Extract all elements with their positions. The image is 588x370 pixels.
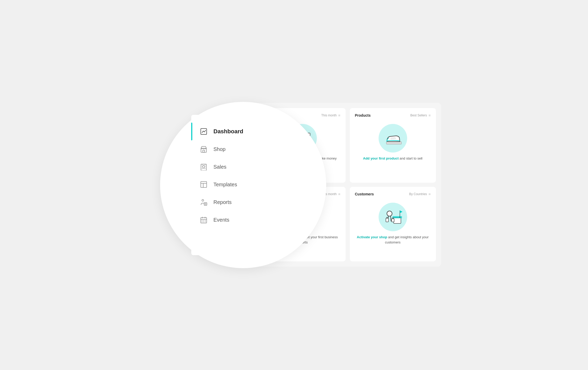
products-card-title: Products — [355, 113, 371, 117]
shop-label: Shop — [214, 146, 226, 152]
sales-icon — [199, 162, 208, 171]
customers-highlight: Activate your shop — [357, 235, 387, 239]
sales-menu-icon: ≡ — [338, 113, 340, 117]
sales-label: Sales — [214, 164, 227, 170]
products-menu-icon: ≡ — [428, 113, 430, 117]
products-illustration — [377, 123, 408, 154]
dashboard-icon — [199, 127, 208, 136]
products-teal-bg — [379, 124, 407, 153]
sidebar: Dashboard Shop — [191, 115, 272, 255]
reports-icon — [199, 197, 208, 207]
products-card-text: Add your first product and start to sell — [363, 156, 422, 161]
svg-line-52 — [391, 216, 391, 221]
svg-rect-29 — [386, 142, 401, 144]
svg-marker-49 — [400, 210, 402, 213]
customers-card-filter[interactable]: By Countries ≡ — [409, 192, 431, 196]
customers-teal-bg — [379, 203, 407, 231]
products-card-filter[interactable]: Best Sellers ≡ — [410, 113, 430, 117]
products-card-header: Products Best Sellers ≡ — [355, 113, 431, 117]
customers-card-title: Customers — [355, 192, 374, 196]
sidebar-item-templates[interactable]: Templates — [191, 176, 272, 193]
svg-point-50 — [387, 211, 392, 216]
svg-point-4 — [202, 166, 205, 168]
shop-icon — [199, 144, 208, 154]
products-highlight: Add your first product — [363, 156, 399, 160]
svg-rect-46 — [394, 218, 401, 223]
sales-filter-label: This month — [321, 114, 337, 117]
products-text: and start to sell — [399, 156, 422, 160]
customers-illustration — [377, 201, 408, 233]
templates-label: Templates — [214, 182, 237, 188]
sales-card-filter[interactable]: This month ≡ — [321, 113, 340, 117]
customers-menu-icon: ≡ — [428, 192, 430, 196]
sidebar-item-events[interactable]: Events — [191, 211, 272, 229]
svg-rect-47 — [393, 216, 402, 218]
customers-card-text: Activate your shop and get insights abou… — [355, 235, 431, 245]
dashboard-label: Dashboard — [214, 128, 243, 135]
products-card: Products Best Sellers ≡ — [350, 108, 436, 183]
svg-rect-54 — [392, 219, 394, 222]
customers-card: Customers By Countries ≡ — [350, 187, 436, 261]
svg-rect-5 — [201, 182, 207, 188]
products-filter-label: Best Sellers — [410, 114, 427, 117]
customers-card-header: Customers By Countries ≡ — [355, 192, 431, 196]
reports-menu-icon: ≡ — [338, 192, 340, 196]
events-icon — [199, 215, 208, 224]
sidebar-item-dashboard[interactable]: Dashboard — [191, 123, 272, 140]
sidebar-item-shop[interactable]: Shop — [191, 140, 272, 158]
svg-rect-9 — [204, 203, 207, 206]
reports-label: Reports — [214, 199, 232, 205]
svg-rect-53 — [386, 218, 388, 222]
svg-rect-2 — [203, 150, 204, 153]
customers-text: and get insights about your customers — [385, 235, 429, 244]
scene: Dashboard Shop — [147, 92, 441, 278]
sidebar-item-reports[interactable]: Reports — [191, 193, 272, 211]
customers-filter-label: By Countries — [409, 192, 427, 196]
svg-point-8 — [202, 200, 204, 201]
templates-icon — [199, 180, 208, 189]
events-label: Events — [214, 217, 229, 223]
sidebar-item-sales[interactable]: Sales — [191, 158, 272, 176]
